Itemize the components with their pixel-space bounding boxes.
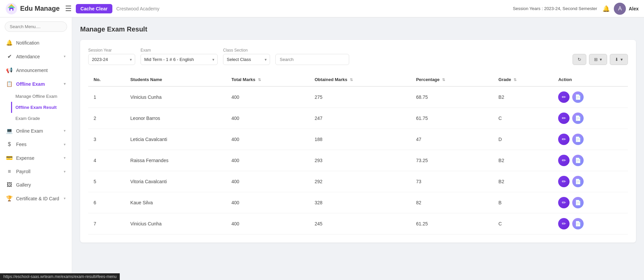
- refresh-button[interactable]: ↻: [573, 54, 586, 65]
- notification-icon[interactable]: 🔔: [602, 5, 610, 12]
- cell-percentage: 47: [411, 129, 493, 150]
- table-header-row: No. Students Name Total Marks ⇅ Obtained…: [88, 73, 628, 86]
- chevron-down-icon-2: ▾: [64, 82, 66, 86]
- main-content: Manage Exam Result Session Year 2022-23 …: [72, 17, 644, 280]
- edit-button[interactable]: ✏: [558, 155, 570, 166]
- cell-obtained: 188: [309, 129, 411, 150]
- class-section-label: Class Section: [223, 48, 270, 53]
- edit-button[interactable]: ✏: [558, 113, 570, 124]
- sidebar-fees-label: Fees: [16, 142, 60, 147]
- offline-exam-icon: 📋: [6, 81, 13, 87]
- sidebar-item-exam-grade[interactable]: Exam Grade: [15, 113, 72, 124]
- action-cell: ✏ 📄: [558, 218, 623, 229]
- table-row: 3 Leticia Cavalcanti 400 188 47 D ✏ 📄: [88, 129, 628, 150]
- cell-action: ✏ 📄: [553, 192, 628, 213]
- chevron-down-icon-5: ▾: [64, 156, 66, 160]
- cell-no: 2: [88, 108, 125, 129]
- edit-button[interactable]: ✏: [558, 91, 570, 103]
- cell-no: 7: [88, 213, 125, 234]
- refresh-icon: ↻: [578, 57, 581, 62]
- sort-icon-obtained: ⇅: [350, 78, 353, 82]
- cell-grade: C: [493, 108, 553, 129]
- cell-no: 6: [88, 192, 125, 213]
- cache-clear-button[interactable]: Cache Clear: [76, 4, 112, 13]
- class-section-select[interactable]: Select Class Class 6A Class 6B: [223, 54, 270, 65]
- cell-no: 1: [88, 86, 125, 108]
- document-button[interactable]: 📄: [572, 113, 584, 124]
- sidebar-item-offline-exam[interactable]: 📋 Offline Exam ▾: [0, 77, 72, 91]
- document-button[interactable]: 📄: [572, 176, 584, 187]
- table-row: 6 Kaue Silva 400 328 82 B ✏ 📄: [88, 192, 628, 213]
- session-year-select-wrap: 2022-23 2023-24 2024-25: [88, 54, 135, 65]
- url-bar: https://eschool-saas.wrteam.me/exams/exa…: [0, 273, 120, 280]
- online-exam-icon: 💻: [6, 128, 13, 134]
- cell-total: 400: [226, 108, 309, 129]
- document-button[interactable]: 📄: [572, 218, 584, 229]
- cell-obtained: 328: [309, 192, 411, 213]
- class-section-filter: Class Section Select Class Class 6A Clas…: [223, 48, 270, 65]
- edit-button[interactable]: ✏: [558, 218, 570, 229]
- sidebar-item-offline-exam-result[interactable]: Offline Exam Result: [11, 102, 72, 113]
- col-grade: Grade ⇅: [493, 73, 553, 86]
- sidebar-item-manage-offline-exam[interactable]: Manage Offline Exam: [15, 91, 72, 102]
- export-chevron: ▾: [621, 57, 623, 62]
- sidebar-item-gallery[interactable]: 🖼 Gallery: [0, 178, 72, 192]
- document-button[interactable]: 📄: [572, 155, 584, 166]
- cell-name: Leonor Barros: [125, 108, 226, 129]
- cell-name: Raissa Fernandes: [125, 150, 226, 171]
- chevron-down-icon-4: ▾: [64, 142, 66, 147]
- table-row: 1 Vinicius Cunha 400 275 68.75 B2 ✏ 📄: [88, 86, 628, 108]
- document-button[interactable]: 📄: [572, 134, 584, 145]
- offline-exam-submenu: Manage Offline Exam Offline Exam Result …: [0, 91, 72, 124]
- session-year-label: Session Year: [88, 48, 135, 53]
- user-avatar-wrap[interactable]: A Alex: [614, 3, 639, 15]
- cell-percentage: 61.75: [411, 108, 493, 129]
- document-button[interactable]: 📄: [572, 197, 584, 208]
- expense-icon: 💳: [6, 155, 13, 161]
- action-cell: ✏ 📄: [558, 155, 623, 166]
- sidebar-search-input[interactable]: [5, 21, 67, 32]
- cell-grade: B2: [493, 86, 553, 108]
- grid-view-button[interactable]: ⊞ ▾: [589, 54, 607, 65]
- sidebar-item-fees[interactable]: $ Fees ▾: [0, 138, 72, 151]
- session-year-select[interactable]: 2022-23 2023-24 2024-25: [88, 54, 135, 65]
- edit-button[interactable]: ✏: [558, 176, 570, 187]
- chevron-down-icon-6: ▾: [64, 169, 66, 174]
- sidebar-item-announcement[interactable]: 📢 Announcement: [0, 63, 72, 77]
- session-info: Session Years : 2023-24, Second Semester: [513, 6, 597, 11]
- certificate-icon: 🏆: [6, 195, 13, 202]
- edit-button[interactable]: ✏: [558, 197, 570, 208]
- action-cell: ✏ 📄: [558, 134, 623, 145]
- col-no: No.: [88, 73, 125, 86]
- announcement-icon: 📢: [6, 67, 13, 73]
- sidebar-item-online-exam[interactable]: 💻 Online Exam ▾: [0, 124, 72, 138]
- action-buttons: ↻ ⊞ ▾ ⬇ ▾: [573, 54, 628, 65]
- sidebar-offline-exam-label: Offline Exam: [16, 81, 60, 87]
- sidebar-item-payroll[interactable]: ≡ Payroll ▾: [0, 165, 72, 178]
- sidebar-search-wrap: [0, 17, 72, 36]
- document-button[interactable]: 📄: [572, 91, 584, 103]
- cell-percentage: 68.75: [411, 86, 493, 108]
- search-input[interactable]: [275, 54, 349, 65]
- cell-percentage: 61.25: [411, 213, 493, 234]
- action-cell: ✏ 📄: [558, 113, 623, 124]
- sidebar-item-certificate[interactable]: 🏆 Certificate & ID Card ▾: [0, 192, 72, 205]
- gallery-icon: 🖼: [6, 182, 13, 188]
- sidebar-item-notification[interactable]: 🔔 Notification: [0, 36, 72, 50]
- cell-action: ✏ 📄: [553, 213, 628, 234]
- sort-icon-grade: ⇅: [514, 78, 517, 82]
- sidebar-notification-label: Notification: [16, 40, 66, 46]
- cell-grade: C: [493, 213, 553, 234]
- hamburger-icon[interactable]: ☰: [65, 4, 72, 13]
- cell-total: 400: [226, 213, 309, 234]
- table-row: 2 Leonor Barros 400 247 61.75 C ✏ 📄: [88, 108, 628, 129]
- avatar: A: [614, 3, 626, 15]
- col-obtained: Obtained Marks ⇅: [309, 73, 411, 86]
- cell-obtained: 245: [309, 213, 411, 234]
- table-body: 1 Vinicius Cunha 400 275 68.75 B2 ✏ 📄 2 …: [88, 86, 628, 234]
- export-button[interactable]: ⬇ ▾: [610, 54, 628, 65]
- edit-button[interactable]: ✏: [558, 134, 570, 145]
- sidebar-item-expense[interactable]: 💳 Expense ▾: [0, 151, 72, 165]
- exam-select[interactable]: Mid Term - 1 # 6 - English Final Term: [141, 54, 218, 65]
- sidebar-item-attendance[interactable]: ✔ Attendance ▾: [0, 50, 72, 63]
